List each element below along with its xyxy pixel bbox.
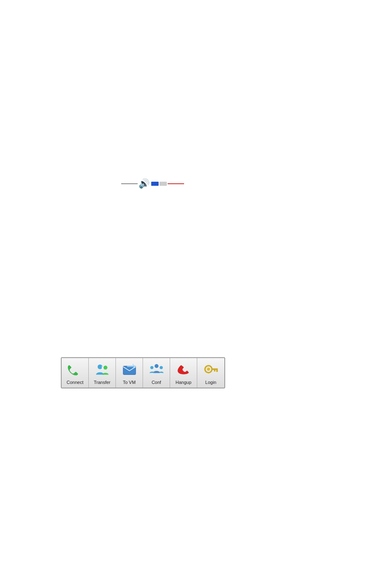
conf-label: Conf xyxy=(152,380,161,385)
tovm-label: To VM xyxy=(123,380,136,385)
volume-slider-empty xyxy=(159,182,167,186)
hangup-label: Hangup xyxy=(175,380,191,385)
connect-button[interactable]: Connect xyxy=(62,358,89,388)
svg-rect-11 xyxy=(214,370,216,372)
tovm-button[interactable]: To VM xyxy=(116,358,143,388)
connect-label: Connect xyxy=(67,380,83,385)
svg-rect-9 xyxy=(212,368,218,370)
svg-point-5 xyxy=(150,366,153,370)
volume-control: 🔊 xyxy=(121,179,184,188)
conf-button[interactable]: Conf xyxy=(143,358,170,388)
svg-point-4 xyxy=(154,364,159,368)
connect-icon xyxy=(67,362,83,378)
login-button[interactable]: Login xyxy=(197,358,224,388)
login-label: Login xyxy=(205,380,217,385)
hangup-button[interactable]: Hangup xyxy=(170,358,197,388)
transfer-icon xyxy=(94,362,111,378)
svg-point-6 xyxy=(159,366,163,370)
volume-line-left xyxy=(121,183,138,184)
volume-slider-filled xyxy=(151,182,159,186)
tovm-icon xyxy=(121,362,138,378)
conf-icon xyxy=(148,362,165,378)
volume-slider-track[interactable] xyxy=(151,182,167,186)
volume-line-right xyxy=(168,183,184,184)
svg-point-2 xyxy=(103,366,107,370)
svg-rect-10 xyxy=(216,370,218,372)
transfer-button[interactable]: Transfer xyxy=(89,358,116,388)
button-toolbar: Connect Transfer xyxy=(61,357,225,388)
hangup-icon xyxy=(175,362,192,378)
login-icon xyxy=(203,362,219,378)
transfer-label: Transfer xyxy=(94,380,111,385)
volume-icon: 🔊 xyxy=(138,179,150,188)
svg-point-12 xyxy=(207,367,208,369)
